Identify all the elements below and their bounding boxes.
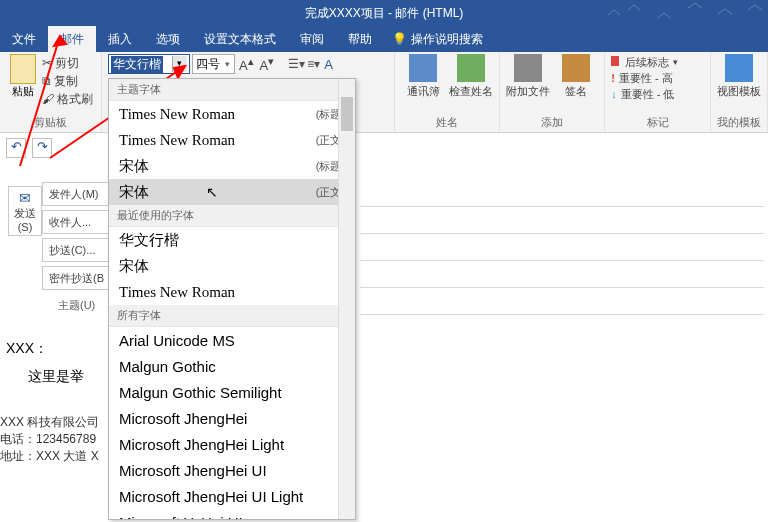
font-option[interactable]: Microsoft YaHei UI (109, 509, 355, 520)
view-templates-button[interactable]: 视图模板 (717, 54, 761, 99)
dd-scrollbar[interactable] (338, 79, 355, 519)
font-option[interactable]: Arial Unicode MS (109, 327, 355, 353)
font-option[interactable]: Microsoft JhengHei Light (109, 431, 355, 457)
to-field[interactable] (360, 207, 764, 234)
check-names-button[interactable]: 检查姓名 (449, 54, 493, 99)
font-option[interactable]: 宋体(标题) (109, 153, 355, 179)
subject-field[interactable] (360, 288, 764, 315)
address-book-button[interactable]: 通讯簿 (401, 54, 445, 99)
title-bar: 完成XXXX项目 - 邮件 (HTML) (0, 0, 768, 26)
signature-button[interactable]: 签名 (554, 54, 598, 99)
font-option[interactable]: 宋体(正文) (109, 179, 355, 205)
dd-section-theme: 主题字体 (109, 79, 355, 101)
recipient-lines (360, 180, 764, 315)
template-icon (725, 54, 753, 82)
group-templates-label: 我的模板 (717, 115, 761, 132)
exclamation-icon: ! (611, 72, 615, 84)
window-title: 完成XXXX项目 - 邮件 (HTML) (305, 5, 464, 22)
decorative-birds (598, 0, 768, 26)
group-mark-label: 标记 (611, 115, 704, 132)
bcc-field[interactable] (360, 261, 764, 288)
font-option[interactable]: Microsoft JhengHei UI (109, 457, 355, 483)
font-option[interactable]: Microsoft JhengHei (109, 405, 355, 431)
arrow-down-icon: ↓ (611, 88, 617, 100)
paperclip-icon (514, 54, 542, 82)
from-field[interactable] (360, 180, 764, 207)
font-option[interactable]: Times New Roman(标题) (109, 101, 355, 127)
font-family-dropdown[interactable]: 主题字体 Times New Roman(标题)Times New Roman(… (108, 78, 356, 520)
follow-up-button[interactable]: 后续标志▾ (611, 54, 704, 70)
font-option[interactable]: Microsoft JhengHei UI Light (109, 483, 355, 509)
dd-section-recent: 最近使用的字体 (109, 205, 355, 227)
bullets-button[interactable]: ☰▾ (288, 57, 305, 71)
send-icon: ✉ (19, 190, 31, 206)
svg-rect-0 (611, 56, 619, 66)
low-importance-button[interactable]: ↓重要性 - 低 (611, 86, 704, 102)
font-option[interactable]: Times New Roman (109, 279, 355, 305)
flag-icon (611, 56, 621, 68)
styles-button[interactable]: A (322, 57, 335, 72)
high-importance-button[interactable]: !重要性 - 高 (611, 70, 704, 86)
send-shortcut: (S) (18, 221, 33, 233)
attach-file-button[interactable]: 附加文件 (506, 54, 550, 99)
tab-help[interactable]: 帮助 (336, 26, 384, 52)
send-area: ✉ 发送 (S) (4, 182, 46, 240)
tell-me[interactable]: 💡 操作说明搜索 (392, 31, 483, 48)
group-add-label: 添加 (506, 115, 598, 132)
book-icon (409, 54, 437, 82)
send-label: 发送 (14, 206, 36, 221)
subject-label: 主题(U) (58, 298, 95, 313)
svg-marker-4 (174, 66, 185, 78)
font-option[interactable]: 华文行楷 (109, 227, 355, 253)
shrink-font-button[interactable]: A▾ (258, 55, 277, 73)
send-button[interactable]: ✉ 发送 (S) (8, 186, 42, 236)
numbering-button[interactable]: ≡▾ (307, 57, 320, 71)
tab-review[interactable]: 审阅 (288, 26, 336, 52)
font-option[interactable]: Times New Roman(正文) (109, 127, 355, 153)
font-option[interactable]: Malgun Gothic (109, 353, 355, 379)
check-names-icon (457, 54, 485, 82)
font-option[interactable]: Malgun Gothic Semilight (109, 379, 355, 405)
signature-icon (562, 54, 590, 82)
tell-me-label: 操作说明搜索 (411, 31, 483, 48)
dd-section-all: 所有字体 (109, 305, 355, 327)
font-option[interactable]: 宋体 (109, 253, 355, 279)
group-names-label: 姓名 (401, 115, 493, 132)
cc-field[interactable] (360, 234, 764, 261)
mouse-cursor-icon: ↖ (206, 184, 218, 200)
dd-scroll-thumb[interactable] (341, 97, 353, 131)
lightbulb-icon: 💡 (392, 32, 407, 46)
